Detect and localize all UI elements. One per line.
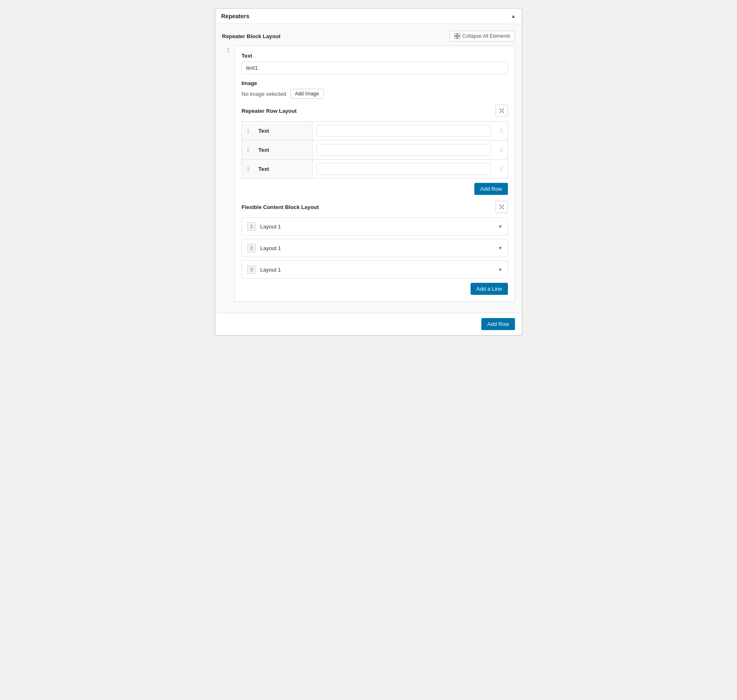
svg-line-6 [500,111,501,113]
layout-chevron-3: ▼ [498,267,503,272]
svg-line-7 [502,111,504,113]
table-drag-handle-2[interactable]: ⠿ [495,141,508,160]
layout-chevron-1: ▼ [498,224,503,229]
table-row: 1 Text ⠿ [242,122,508,141]
svg-line-11 [502,207,504,209]
table-row-input-2[interactable] [317,144,491,156]
layout-label-2: Layout 1 [260,245,498,251]
table-row-num-3: 3 [242,160,254,179]
svg-rect-2 [454,36,457,39]
repeater-row-layout-header: Repeater Row Layout [242,105,508,117]
add-row-button-row: Add Row [242,183,508,195]
text-field-group: Text [242,53,508,74]
text-field-label: Text [242,53,508,59]
layout-label-3: Layout 1 [260,267,498,273]
section-header-row: Repeater Block Layout Collapse All Eleme… [222,31,515,41]
table-row: 3 Text ⠿ [242,160,508,179]
svg-rect-0 [454,33,457,36]
main-panel: Repeaters ▲ Repeater Block Layout Collap… [215,8,522,335]
layout-item-1[interactable]: 1 Layout 1 ▼ [242,217,508,236]
table-row-input-cell-1 [312,122,495,141]
table-drag-handle-3[interactable]: ⠿ [495,160,508,179]
panel-title: Repeaters [221,13,249,19]
image-row: No image selected Add Image [242,89,508,99]
panel-footer: Add Row [215,313,522,335]
repeater-row-expand-button[interactable] [495,105,508,117]
table-row-input-cell-2 [312,141,495,160]
add-line-button[interactable]: Add a Line [471,283,508,295]
outer-row-number: 1 [222,46,234,53]
layout-chevron-2: ▼ [498,245,503,250]
collapse-all-button[interactable]: Collapse All Elements [450,31,515,41]
table-row-label-1: Text [254,122,312,141]
flexible-content-header: Flexible Content Block Layout [242,201,508,213]
panel-header: Repeaters ▲ [215,9,522,24]
repeater-block-layout-title: Repeater Block Layout [222,33,281,39]
layout-item-2[interactable]: 2 Layout 1 ▼ [242,239,508,257]
table-row-num-1: 1 [242,122,254,141]
collapse-all-label: Collapse All Elements [462,33,510,39]
table-row-input-3[interactable] [317,163,491,175]
panel-body: Repeater Block Layout Collapse All Eleme… [215,24,522,313]
flexible-expand-icon [499,204,505,210]
table-row-label-2: Text [254,141,312,160]
table-row-input-cell-3 [312,160,495,179]
table-row: 2 Text ⠿ [242,141,508,160]
layout-item-3[interactable]: 3 Layout 1 ▼ [242,260,508,279]
table-drag-handle-1[interactable]: ⠿ [495,122,508,141]
svg-rect-1 [458,33,460,36]
svg-line-8 [500,205,501,207]
layout-num-1: 1 [247,222,256,231]
table-row-label-3: Text [254,160,312,179]
text-field-input[interactable] [242,61,508,74]
repeater-row-layout-section: Repeater Row Layout [242,105,508,195]
layout-num-2: 2 [247,243,256,253]
image-field-group: Image No image selected Add Image [242,80,508,99]
collapse-all-icon [454,33,460,39]
flexible-content-section: Flexible Content Block Layout 1 [242,201,508,295]
svg-line-4 [500,109,501,110]
no-image-text: No image selected [242,91,286,97]
table-row-input-1[interactable] [317,125,491,137]
layout-label-1: Layout 1 [260,224,498,230]
flexible-content-expand-button[interactable] [495,201,508,213]
expand-icon [499,108,505,114]
image-field-label: Image [242,80,508,86]
collapse-panel-icon[interactable]: ▲ [511,13,516,19]
svg-line-9 [502,205,504,207]
outer-row: 1 Text Image No image selected Add Image [222,46,515,306]
table-row-num-2: 2 [242,141,254,160]
repeater-row-layout-title: Repeater Row Layout [242,108,297,114]
add-image-button[interactable]: Add Image [290,89,324,99]
svg-line-10 [500,207,501,209]
add-row-button[interactable]: Add Row [474,183,508,195]
svg-line-5 [502,109,504,110]
svg-rect-3 [458,36,460,39]
flexible-content-title: Flexible Content Block Layout [242,204,319,210]
layout-num-3: 3 [247,265,256,274]
repeater-table: 1 Text ⠿ 2 Text [242,121,508,179]
footer-add-row-button[interactable]: Add Row [481,318,515,330]
row-content-block: Text Image No image selected Add Image R… [234,46,515,302]
